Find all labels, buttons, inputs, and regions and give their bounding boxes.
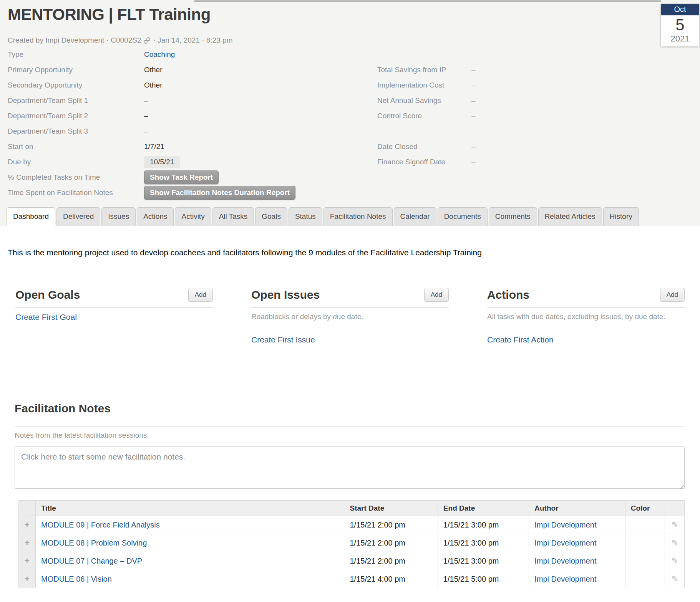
detail-fields-left: Type Coaching Primary Opportunity Other … [8, 47, 371, 200]
edit-pencil-icon[interactable]: ✎ [671, 574, 678, 584]
field-split-2: Department/Team Split 2 – [8, 108, 371, 124]
field-due-by: Due by 10/5/21 [8, 154, 371, 170]
add-action-button[interactable]: Add [660, 288, 685, 302]
field-primary-opportunity: Primary Opportunity Other [8, 62, 371, 78]
type-value-link[interactable]: Coaching [144, 50, 175, 59]
tab-calendar[interactable]: Calendar [394, 207, 436, 226]
facilitation-notes-subtitle: Notes from the latest facilitation sessi… [15, 431, 685, 440]
project-header: MENTORING | FLT Training Created by Impi… [0, 0, 700, 226]
show-task-report-button[interactable]: Show Task Report [144, 170, 219, 184]
field-label: Department/Team Split 3 [8, 127, 144, 136]
add-goal-button[interactable]: Add [188, 288, 213, 302]
facilitation-notes-table: Title Start Date End Date Author Color +… [18, 500, 685, 588]
create-first-goal-link[interactable]: Create First Goal [15, 313, 77, 322]
permalink-icon[interactable] [143, 37, 151, 44]
note-color-cell [625, 552, 665, 570]
table-row: + MODULE 07 | Change – DVP 1/15/21 2:00 … [19, 552, 685, 570]
field-value: Other [144, 66, 163, 74]
date-badge-day: 5 [661, 15, 699, 34]
note-end-date: 1/15/21 3:00 pm [438, 516, 529, 534]
actions-subtitle: All tasks with due dates, excluding issu… [487, 313, 685, 321]
note-author-link[interactable]: Impi Development [534, 521, 596, 529]
tab-actions[interactable]: Actions [137, 207, 174, 226]
tab-issues[interactable]: Issues [101, 207, 136, 226]
facilitation-notes-section: Facilitation Notes Notes from the latest… [15, 402, 685, 588]
expand-row-icon[interactable]: + [25, 574, 30, 584]
create-first-action-link[interactable]: Create First Action [487, 335, 554, 344]
field-label: Total Savings from IP [377, 66, 471, 74]
note-color-cell [625, 534, 665, 552]
tab-activity[interactable]: Activity [175, 207, 211, 226]
open-issues-subtitle: Roadblocks or delays by due date. [251, 313, 449, 321]
field-secondary-opportunity: Secondary Opportunity Other [8, 78, 371, 93]
note-title-link[interactable]: MODULE 07 | Change – DVP [41, 557, 142, 565]
edit-column-header [665, 501, 684, 516]
field-label: Date Closed [377, 142, 471, 151]
tab-comments[interactable]: Comments [489, 207, 537, 226]
field-label: Primary Opportunity [8, 66, 144, 74]
table-header-row: Title Start Date End Date Author Color [19, 501, 685, 516]
tab-facilitation-notes[interactable]: Facilitation Notes [323, 207, 393, 226]
note-title-link[interactable]: MODULE 08 | Problem Solving [41, 539, 147, 547]
tab-documents[interactable]: Documents [438, 207, 488, 226]
field-total-savings: Total Savings from IP – [377, 62, 615, 78]
note-author-link[interactable]: Impi Development [534, 539, 596, 547]
field-split-3: Department/Team Split 3 – [8, 124, 371, 139]
note-author-link[interactable]: Impi Development [534, 557, 596, 565]
expand-row-icon[interactable]: + [25, 538, 30, 548]
show-facilitation-notes-duration-report-button[interactable]: Show Facilitation Notes Duration Report [144, 186, 295, 200]
top-toolbar-edge [194, 0, 661, 2]
note-start-date: 1/15/21 2:00 pm [344, 516, 438, 534]
due-by-value[interactable]: 10/5/21 [144, 156, 180, 168]
field-value: – [471, 142, 476, 151]
edit-pencil-icon[interactable]: ✎ [671, 556, 678, 566]
tab-status[interactable]: Status [289, 207, 322, 226]
field-type: Type Coaching [8, 47, 371, 62]
facilitation-notes-input[interactable] [15, 447, 685, 489]
edit-pencil-icon[interactable]: ✎ [671, 520, 678, 529]
start-on-value: 1/7/21 [144, 142, 164, 151]
divider [15, 307, 213, 308]
created-line: Created by Impi Development · C0002S2 · … [8, 36, 232, 45]
table-row: + MODULE 08 | Problem Solving 1/15/21 2:… [19, 534, 685, 552]
field-label: Type [8, 50, 144, 59]
field-label: Due by [8, 158, 144, 166]
column-header-title: Title [36, 501, 344, 516]
field-completed-tasks: % Completed Tasks on Time Show Task Repo… [8, 170, 371, 185]
add-issue-button[interactable]: Add [424, 288, 449, 302]
section-open-issues: Open Issues Add Roadblocks or delays by … [251, 288, 449, 344]
dashboard-content: This is the mentoring project used to de… [0, 226, 700, 588]
tab-dashboard[interactable]: Dashboard [7, 207, 55, 226]
field-time-spent: Time Spent on Facilitation Notes Show Fa… [8, 185, 371, 200]
created-line-suffix: · Jan 14, 2021 · 8:23 pm [153, 36, 232, 45]
expand-row-icon[interactable]: + [25, 520, 30, 530]
note-title-link[interactable]: MODULE 09 | Force Field Analysis [41, 521, 160, 529]
open-goals-title: Open Goals [15, 288, 80, 301]
edit-pencil-icon[interactable]: ✎ [671, 538, 678, 547]
table-row: + MODULE 09 | Force Field Analysis 1/15/… [19, 516, 685, 534]
note-color-cell [625, 516, 665, 534]
summary-columns: Open Goals Add Create First Goal Open Is… [15, 288, 685, 344]
date-badge-year: 2021 [661, 34, 699, 46]
created-line-prefix: Created by Impi Development · C0002S2 [8, 36, 141, 45]
create-first-issue-link[interactable]: Create First Issue [251, 335, 315, 344]
column-header-start-date: Start Date [344, 501, 438, 516]
section-actions: Actions Add All tasks with due dates, ex… [487, 288, 685, 344]
note-author-link[interactable]: Impi Development [534, 575, 596, 583]
note-title-link[interactable]: MODULE 06 | Vision [41, 575, 112, 583]
field-control-score: Control Score – [377, 108, 615, 124]
tab-related-articles[interactable]: Related Articles [538, 207, 602, 226]
expand-row-icon[interactable]: + [25, 556, 30, 566]
field-label: Implementation Cost [377, 81, 471, 89]
divider [251, 307, 449, 308]
note-start-date: 1/15/21 4:00 pm [344, 570, 438, 588]
divider [487, 307, 685, 308]
field-finance-signoff-date: Finance Signoff Date – [377, 154, 615, 170]
field-net-annual-savings: Net Annual Savings – [377, 93, 615, 108]
facilitation-notes-title: Facilitation Notes [15, 402, 685, 415]
tab-all-tasks[interactable]: All Tasks [212, 207, 254, 226]
tab-goals[interactable]: Goals [255, 207, 287, 226]
tab-delivered[interactable]: Delivered [56, 207, 100, 226]
tab-history[interactable]: History [603, 207, 639, 226]
field-label: Department/Team Split 1 [8, 96, 144, 105]
